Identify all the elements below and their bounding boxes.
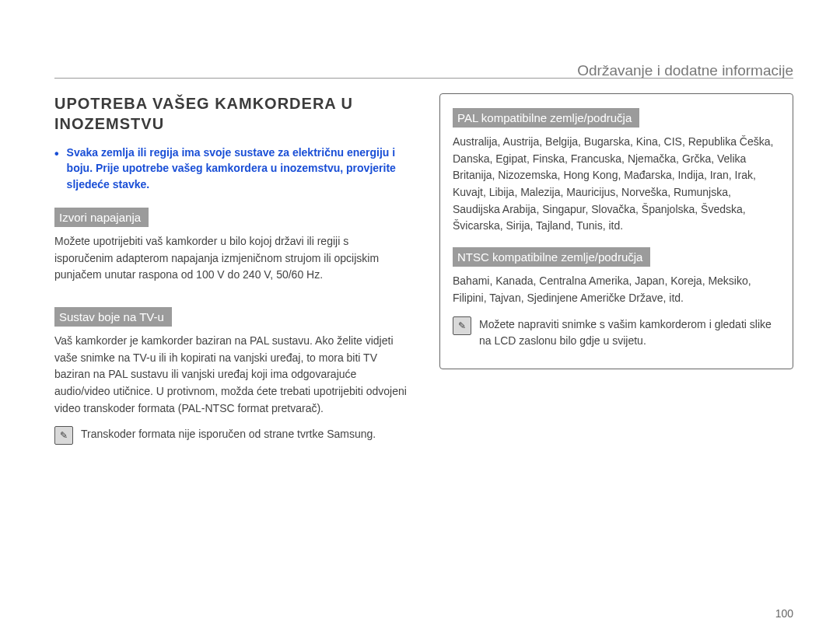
compatibility-box: PAL kompatibilne zemlje/područja Austral… <box>439 93 793 369</box>
tv-color-body: Vaš kamkorder je kamkorder baziran na PA… <box>54 333 408 417</box>
bullet-icon: • <box>54 145 59 192</box>
note-icon: ✎ <box>54 426 73 445</box>
note-icon: ✎ <box>453 316 471 335</box>
power-sources-heading: Izvori napajanja <box>54 208 149 227</box>
pal-body: Australija, Austrija, Belgija, Bugarska,… <box>453 134 780 235</box>
note-row-right: ✎ Možete napraviti snimke s vašim kamkor… <box>453 316 780 350</box>
warning-text: Svaka zemlja ili regija ima svoje sustav… <box>67 145 408 192</box>
page-title: UPOTREBA VAŠEG KAMKORDERA U INOZEMSTVU <box>54 93 408 134</box>
section-label: Održavanje i dodatne informacije <box>577 62 793 79</box>
left-column: UPOTREBA VAŠEG KAMKORDERA U INOZEMSTVU •… <box>54 93 408 456</box>
warning-block: • Svaka zemlja ili regija ima svoje sust… <box>54 145 408 192</box>
page-number: 100 <box>775 607 793 620</box>
header-rule <box>54 78 793 79</box>
tv-color-heading: Sustav boje na TV-u <box>54 307 172 327</box>
content-columns: UPOTREBA VAŠEG KAMKORDERA U INOZEMSTVU •… <box>54 93 793 456</box>
ntsc-body: Bahami, Kanada, Centralna Amerika, Japan… <box>453 273 780 306</box>
document-page: Održavanje i dodatne informacije UPOTREB… <box>0 0 840 643</box>
note-text-right: Možete napraviti snimke s vašim kamkorde… <box>479 316 780 350</box>
ntsc-heading: NTSC kompatibilne zemlje/područja <box>453 247 650 267</box>
pal-heading: PAL kompatibilne zemlje/područja <box>453 108 639 128</box>
note-row-left: ✎ Transkoder formata nije isporučen od s… <box>54 426 408 445</box>
power-sources-body: Možete upotrijebiti vaš kamkorder u bilo… <box>54 233 408 284</box>
note-text-left: Transkoder formata nije isporučen od str… <box>81 426 376 443</box>
right-column: PAL kompatibilne zemlje/područja Austral… <box>439 93 793 456</box>
